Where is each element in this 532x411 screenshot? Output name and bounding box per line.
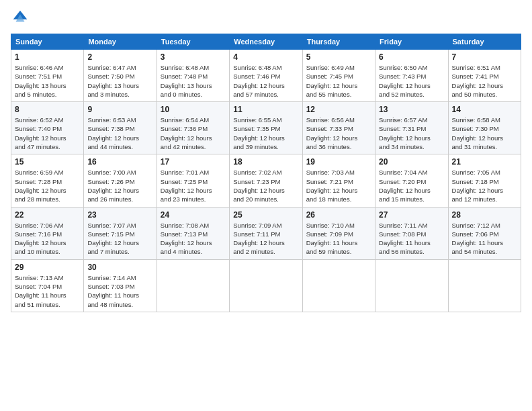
calendar-day-25: 25Sunrise: 7:09 AMSunset: 7:11 PMDayligh… — [230, 207, 302, 259]
calendar-day-28: 28Sunrise: 7:12 AMSunset: 7:06 PMDayligh… — [448, 207, 521, 259]
calendar-day-13: 13Sunrise: 6:57 AMSunset: 7:31 PMDayligh… — [375, 102, 448, 154]
day-number-30: 30 — [87, 263, 152, 272]
calendar-table: SundayMondayTuesdayWednesdayThursdayFrid… — [11, 34, 521, 312]
day-detail-26: Sunrise: 7:10 AMSunset: 7:09 PMDaylight:… — [306, 221, 371, 257]
calendar-day-21: 21Sunrise: 7:05 AMSunset: 7:18 PMDayligh… — [448, 154, 521, 207]
day-number-18: 18 — [233, 157, 298, 167]
day-number-20: 20 — [379, 157, 444, 167]
logo-icon — [11, 8, 30, 27]
calendar-day-30: 30Sunrise: 7:14 AMSunset: 7:03 PMDayligh… — [84, 259, 157, 312]
day-number-11: 11 — [233, 105, 298, 114]
day-number-29: 29 — [15, 263, 80, 272]
day-detail-8: Sunrise: 6:52 AMSunset: 7:40 PMDaylight:… — [15, 116, 80, 151]
day-detail-17: Sunrise: 7:01 AMSunset: 7:25 PMDaylight:… — [161, 168, 226, 203]
day-detail-24: Sunrise: 7:08 AMSunset: 7:13 PMDaylight:… — [161, 221, 226, 257]
calendar-day-29: 29Sunrise: 7:13 AMSunset: 7:04 PMDayligh… — [11, 259, 84, 312]
day-number-27: 27 — [379, 210, 444, 220]
calendar-day-8: 8Sunrise: 6:52 AMSunset: 7:40 PMDaylight… — [11, 102, 84, 154]
calendar-day-6: 6Sunrise: 6:50 AMSunset: 7:43 PMDaylight… — [375, 50, 448, 102]
day-number-12: 12 — [306, 105, 371, 114]
day-detail-25: Sunrise: 7:09 AMSunset: 7:11 PMDaylight:… — [233, 221, 298, 257]
calendar-day-1: 1Sunrise: 6:46 AMSunset: 7:51 PMDaylight… — [11, 50, 84, 102]
empty-cell — [375, 259, 448, 312]
calendar-day-12: 12Sunrise: 6:56 AMSunset: 7:33 PMDayligh… — [302, 102, 375, 154]
day-number-13: 13 — [379, 105, 444, 114]
day-detail-3: Sunrise: 6:48 AMSunset: 7:48 PMDaylight:… — [161, 63, 226, 99]
day-detail-19: Sunrise: 7:03 AMSunset: 7:21 PMDaylight:… — [306, 168, 371, 203]
weekday-header-friday: Friday — [375, 34, 448, 50]
day-detail-9: Sunrise: 6:53 AMSunset: 7:38 PMDaylight:… — [87, 116, 152, 151]
day-number-4: 4 — [233, 52, 298, 62]
day-detail-15: Sunrise: 6:59 AMSunset: 7:28 PMDaylight:… — [15, 168, 80, 203]
calendar-day-22: 22Sunrise: 7:06 AMSunset: 7:16 PMDayligh… — [11, 207, 84, 259]
day-detail-13: Sunrise: 6:57 AMSunset: 7:31 PMDaylight:… — [379, 116, 444, 151]
calendar-day-3: 3Sunrise: 6:48 AMSunset: 7:48 PMDaylight… — [157, 50, 229, 102]
page: SundayMondayTuesdayWednesdayThursdayFrid… — [0, 0, 532, 411]
day-number-15: 15 — [15, 157, 80, 167]
calendar-week-3: 15Sunrise: 6:59 AMSunset: 7:28 PMDayligh… — [11, 154, 521, 207]
day-number-19: 19 — [306, 157, 371, 167]
day-detail-2: Sunrise: 6:47 AMSunset: 7:50 PMDaylight:… — [87, 63, 152, 99]
day-number-26: 26 — [306, 210, 371, 220]
calendar-day-4: 4Sunrise: 6:48 AMSunset: 7:46 PMDaylight… — [230, 50, 302, 102]
day-detail-5: Sunrise: 6:49 AMSunset: 7:45 PMDaylight:… — [306, 63, 371, 99]
day-detail-29: Sunrise: 7:13 AMSunset: 7:04 PMDaylight:… — [15, 273, 80, 309]
calendar-day-11: 11Sunrise: 6:55 AMSunset: 7:35 PMDayligh… — [230, 102, 302, 154]
weekday-header-wednesday: Wednesday — [230, 34, 302, 50]
day-number-2: 2 — [87, 52, 152, 62]
empty-cell — [230, 259, 302, 312]
weekday-header-saturday: Saturday — [448, 34, 521, 50]
day-number-8: 8 — [15, 105, 80, 114]
day-detail-6: Sunrise: 6:50 AMSunset: 7:43 PMDaylight:… — [379, 63, 444, 99]
day-number-28: 28 — [452, 210, 517, 220]
day-number-16: 16 — [87, 157, 152, 167]
calendar-week-5: 29Sunrise: 7:13 AMSunset: 7:04 PMDayligh… — [11, 259, 521, 312]
calendar-day-19: 19Sunrise: 7:03 AMSunset: 7:21 PMDayligh… — [302, 154, 375, 207]
day-detail-22: Sunrise: 7:06 AMSunset: 7:16 PMDaylight:… — [15, 221, 80, 257]
calendar-header-row: SundayMondayTuesdayWednesdayThursdayFrid… — [11, 34, 521, 50]
weekday-header-tuesday: Tuesday — [157, 34, 229, 50]
empty-cell — [448, 259, 521, 312]
day-detail-1: Sunrise: 6:46 AMSunset: 7:51 PMDaylight:… — [15, 63, 80, 99]
day-number-21: 21 — [452, 157, 517, 167]
calendar-week-4: 22Sunrise: 7:06 AMSunset: 7:16 PMDayligh… — [11, 207, 521, 259]
day-detail-23: Sunrise: 7:07 AMSunset: 7:15 PMDaylight:… — [87, 221, 152, 257]
day-number-6: 6 — [379, 52, 444, 62]
calendar-day-27: 27Sunrise: 7:11 AMSunset: 7:08 PMDayligh… — [375, 207, 448, 259]
calendar-day-24: 24Sunrise: 7:08 AMSunset: 7:13 PMDayligh… — [157, 207, 229, 259]
day-detail-21: Sunrise: 7:05 AMSunset: 7:18 PMDaylight:… — [452, 168, 517, 203]
empty-cell — [302, 259, 375, 312]
day-detail-7: Sunrise: 6:51 AMSunset: 7:41 PMDaylight:… — [452, 63, 517, 99]
day-detail-20: Sunrise: 7:04 AMSunset: 7:20 PMDaylight:… — [379, 168, 444, 203]
day-number-23: 23 — [87, 210, 152, 220]
day-number-9: 9 — [87, 105, 152, 114]
day-number-22: 22 — [15, 210, 80, 220]
calendar-day-16: 16Sunrise: 7:00 AMSunset: 7:26 PMDayligh… — [84, 154, 157, 207]
day-detail-27: Sunrise: 7:11 AMSunset: 7:08 PMDaylight:… — [379, 221, 444, 257]
calendar-day-18: 18Sunrise: 7:02 AMSunset: 7:23 PMDayligh… — [230, 154, 302, 207]
weekday-header-thursday: Thursday — [302, 34, 375, 50]
day-detail-16: Sunrise: 7:00 AMSunset: 7:26 PMDaylight:… — [87, 168, 152, 203]
calendar-day-5: 5Sunrise: 6:49 AMSunset: 7:45 PMDaylight… — [302, 50, 375, 102]
weekday-header-monday: Monday — [84, 34, 157, 50]
day-number-7: 7 — [452, 52, 517, 62]
day-detail-28: Sunrise: 7:12 AMSunset: 7:06 PMDaylight:… — [452, 221, 517, 257]
calendar-day-2: 2Sunrise: 6:47 AMSunset: 7:50 PMDaylight… — [84, 50, 157, 102]
empty-cell — [157, 259, 229, 312]
day-number-10: 10 — [161, 105, 226, 114]
day-number-3: 3 — [161, 52, 226, 62]
calendar-week-1: 1Sunrise: 6:46 AMSunset: 7:51 PMDaylight… — [11, 50, 521, 102]
calendar-day-15: 15Sunrise: 6:59 AMSunset: 7:28 PMDayligh… — [11, 154, 84, 207]
calendar-day-17: 17Sunrise: 7:01 AMSunset: 7:25 PMDayligh… — [157, 154, 229, 207]
day-number-24: 24 — [161, 210, 226, 220]
day-number-5: 5 — [306, 52, 371, 62]
weekday-header-sunday: Sunday — [11, 34, 84, 50]
calendar-day-20: 20Sunrise: 7:04 AMSunset: 7:20 PMDayligh… — [375, 154, 448, 207]
day-number-17: 17 — [161, 157, 226, 167]
day-number-1: 1 — [15, 52, 80, 62]
day-detail-4: Sunrise: 6:48 AMSunset: 7:46 PMDaylight:… — [233, 63, 298, 99]
day-detail-10: Sunrise: 6:54 AMSunset: 7:36 PMDaylight:… — [161, 116, 226, 151]
day-detail-12: Sunrise: 6:56 AMSunset: 7:33 PMDaylight:… — [306, 116, 371, 151]
day-detail-30: Sunrise: 7:14 AMSunset: 7:03 PMDaylight:… — [87, 273, 152, 309]
day-number-14: 14 — [452, 105, 517, 114]
